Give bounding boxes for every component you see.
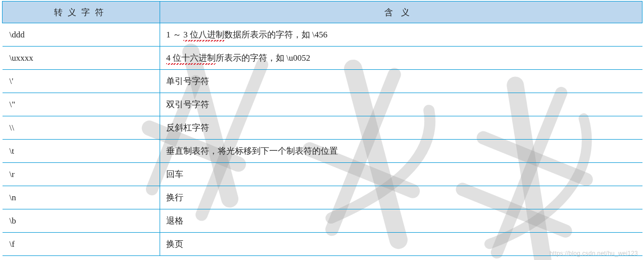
cell-meaning: 垂直制表符，将光标移到下一个制表符的位置 xyxy=(160,140,642,163)
table-row: \\ 反斜杠字符 xyxy=(3,116,642,140)
escape-char-table: 转义字符 含义 \ddd 1 ～ 3 位八进制数据所表示的字符，如 \456 \… xyxy=(2,1,642,256)
table-row: \f 换页 xyxy=(3,233,642,256)
table-row: \uxxxx 4 位十六进制所表示的字符，如 \u0052 xyxy=(3,47,642,70)
header-escape: 转义字符 xyxy=(3,2,160,23)
cell-escape: \b xyxy=(3,209,160,233)
text: 数据所表示的字符，如 \456 xyxy=(224,30,327,39)
cell-meaning: 回车 xyxy=(160,163,642,186)
cell-meaning: 4 位十六进制所表示的字符，如 \u0052 xyxy=(160,47,642,70)
text: 1 ～ xyxy=(166,30,183,39)
cell-escape: \t xyxy=(3,140,160,163)
cell-meaning: 单引号字符 xyxy=(160,70,642,93)
table-row: \n 换行 xyxy=(3,186,642,209)
cell-escape: \" xyxy=(3,93,160,116)
header-meaning: 含义 xyxy=(160,2,642,23)
table-row: \ddd 1 ～ 3 位八进制数据所表示的字符，如 \456 xyxy=(3,23,642,47)
csdn-watermark: https://blog.csdn.net/hu_wei123 xyxy=(550,250,638,257)
cell-escape: \' xyxy=(3,70,160,93)
cell-meaning: 双引号字符 xyxy=(160,93,642,116)
cell-escape: \uxxxx xyxy=(3,47,160,70)
table-row: \" 双引号字符 xyxy=(3,93,642,116)
cell-escape: \n xyxy=(3,186,160,209)
table-row: \r 回车 xyxy=(3,163,642,186)
cell-meaning: 反斜杠字符 xyxy=(160,116,642,140)
cell-escape: \r xyxy=(3,163,160,186)
text: 所表示的字符，如 \u0052 xyxy=(216,53,310,63)
cell-meaning: 退格 xyxy=(160,209,642,233)
table-row: \' 单引号字符 xyxy=(3,70,642,93)
spellcheck-underline: 3 位八进制 xyxy=(183,29,224,40)
cell-escape: \ddd xyxy=(3,23,160,47)
cell-meaning: 换行 xyxy=(160,186,642,209)
table-row: \t 垂直制表符，将光标移到下一个制表符的位置 xyxy=(3,140,642,163)
table-header-row: 转义字符 含义 xyxy=(3,2,642,23)
spellcheck-underline: 4 位十六进制 xyxy=(166,52,216,64)
cell-escape: \\ xyxy=(3,116,160,140)
cell-meaning: 1 ～ 3 位八进制数据所表示的字符，如 \456 xyxy=(160,23,642,47)
table-row: \b 退格 xyxy=(3,209,642,233)
cell-escape: \f xyxy=(3,233,160,256)
